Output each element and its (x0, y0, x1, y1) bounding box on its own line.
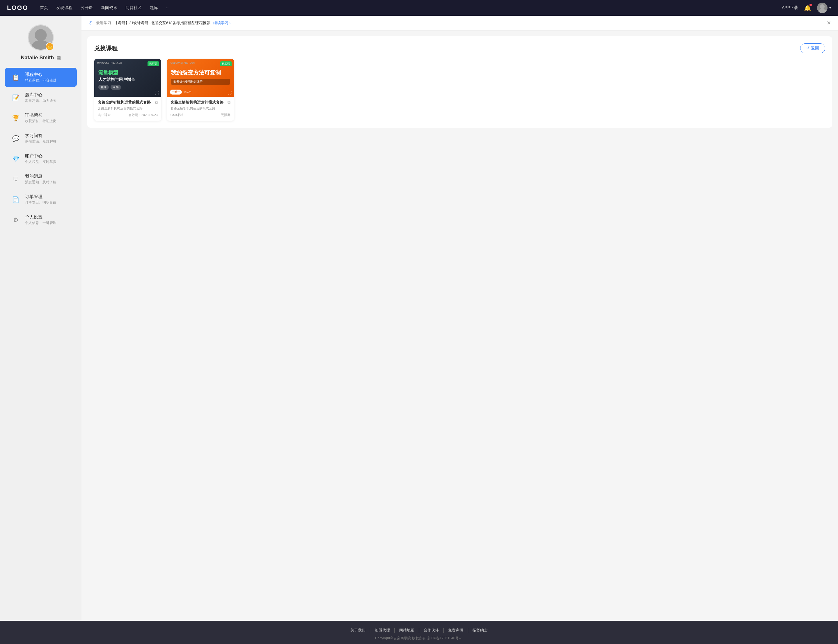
menu-subtitle: 课后重温、疑难解答 (25, 139, 56, 144)
course-badge: 已买课 (148, 61, 159, 66)
menu-icon-wrap: 📄 (10, 194, 21, 205)
menu-title: 订单管理 (25, 194, 56, 200)
footer-divider: | (418, 628, 420, 633)
sidebar-avatar-wrap: 👑 (28, 25, 54, 51)
recent-banner: ⏱ 最近学习 【考研】21设计考研--北邮交互618备考指南精品课程推荐 继续学… (82, 16, 838, 31)
menu-text: 我的消息 消息通知、及时了解 (25, 174, 56, 185)
menu-icon-wrap: 💎 (10, 154, 21, 164)
recent-course-title: 【考研】21设计考研--北邮交互618备考指南精品课程推荐 (114, 20, 210, 26)
sidebar-username: Natalie Smith (21, 55, 54, 61)
copyright: Copyright© 云朵商学院 版权所有 京ICP备17051340号--1 (0, 636, 838, 641)
card-thumbnail-dark: YUNDUOKETANG.COM 已买课 流量模型 人才结构与用户增长 直播录播… (94, 59, 161, 97)
footer-link-合作伙伴[interactable]: 合作伙伴 (424, 628, 439, 633)
menu-text: 学习问答 课后重温、疑难解答 (25, 133, 56, 144)
nav-link-题库[interactable]: 题库 (150, 5, 158, 10)
footer-divider: | (443, 628, 444, 633)
card-name-row: 套路全解析机构运营的模式套路 ⧉ (98, 100, 158, 105)
top-navigation: LOGO 首页发现课程公开课新闻资讯问答社区题库··· APP下载 🔔 ▾ (0, 0, 838, 16)
sidebar-item-orders[interactable]: 📄 订单管理 订单支出、明明白白 (5, 190, 77, 209)
course-badge: 已买课 (220, 61, 232, 66)
card-one-on-one: 一对一 测试用 (170, 90, 191, 95)
expand-icon: ⛶ (155, 90, 159, 95)
sidebar-item-course-center[interactable]: 📋 课程中心 精彩课程、不容错过 (5, 68, 77, 87)
menu-subtitle: 海量习题、助力通关 (25, 98, 56, 103)
question-bank-icon: 📝 (12, 94, 20, 101)
card-footer: 0/50课时 无限期 (171, 113, 230, 117)
user-avatar-menu[interactable]: ▾ (817, 3, 831, 13)
menu-title: 账户中心 (25, 153, 56, 159)
nav-links: 首页发现课程公开课新闻资讯问答社区题库··· (40, 5, 782, 10)
card-hours: 共13课时 (98, 113, 111, 117)
nav-link-···[interactable]: ··· (166, 5, 170, 10)
copy-icon[interactable]: ⧉ (228, 100, 230, 105)
settings-icon: ⚙ (13, 217, 18, 223)
card-name-row: 套路全解析机构运营的模式套路 ⧉ (171, 100, 230, 105)
menu-icon-wrap: ⚙ (10, 215, 21, 225)
certificate-icon: 🏆 (12, 115, 20, 122)
nav-link-首页[interactable]: 首页 (40, 5, 48, 10)
one-on-one-badge: 一对一 (170, 90, 182, 95)
course-center-icon: 📋 (12, 74, 20, 81)
close-banner-button[interactable]: ✕ (826, 20, 831, 26)
sidebar-item-question-bank[interactable]: 📝 题库中心 海量习题、助力通关 (5, 88, 77, 107)
card-thumb: YUNDUOKETANG.COM 已买课 流量模型 人才结构与用户增长 直播录播… (94, 59, 161, 97)
card-title2: 人才结构与用户增长 (99, 77, 157, 82)
nav-link-新闻资讯[interactable]: 新闻资讯 (101, 5, 117, 10)
main-content: ⏱ 最近学习 【考研】21设计考研--北邮交互618备考指南精品课程推荐 继续学… (82, 16, 838, 621)
card-title1: 流量模型 (99, 69, 157, 76)
menu-icon-wrap: 📋 (10, 72, 21, 83)
qr-code-icon[interactable]: ▦ (56, 55, 61, 61)
continue-learning-button[interactable]: 继续学习 › (213, 20, 231, 26)
nav-link-公开课[interactable]: 公开课 (81, 5, 93, 10)
sidebar-item-settings[interactable]: ⚙ 个人设置 个人信息、一键管理 (5, 210, 77, 230)
card-info: 套路全解析机构运营的模式套路 ⧉ 套路全解析机构运营的模式套路 共13课时 有效… (94, 97, 161, 121)
app-download-button[interactable]: APP下载 (782, 5, 798, 10)
sidebar-item-certificate[interactable]: 🏆 证书荣誉 收获荣誉、持证上岗 (5, 108, 77, 128)
menu-text: 题库中心 海量习题、助力通关 (25, 92, 56, 103)
footer-link-关于我们[interactable]: 关于我们 (350, 628, 365, 633)
nav-link-发现课程[interactable]: 发现课程 (56, 5, 72, 10)
card-subtitle: 套餐机构变增长训练营 (171, 79, 230, 85)
menu-title: 个人设置 (25, 214, 56, 220)
sidebar: 👑 Natalie Smith ▦ 📋 课程中心 精彩课程、不容错过 📝 题库中… (0, 16, 82, 621)
exchange-title: 兑换课程 (94, 44, 118, 53)
footer-link-免责声明[interactable]: 免责声明 (448, 628, 463, 633)
card-tag: 录播 (110, 85, 121, 90)
menu-subtitle: 个人权益、实时掌握 (25, 159, 56, 164)
chevron-down-icon: ▾ (829, 6, 831, 10)
menu-title: 课程中心 (25, 72, 56, 77)
notification-dot (810, 4, 812, 6)
sidebar-item-qa[interactable]: 💬 学习问答 课后重温、疑难解答 (5, 129, 77, 148)
exchange-header: 兑换课程 ↺ 返回 (94, 43, 825, 53)
card-name: 套路全解析机构运营的模式套路 (171, 100, 226, 105)
nav-link-问答社区[interactable]: 问答社区 (125, 5, 142, 10)
logo: LOGO (7, 4, 28, 12)
footer: 关于我们|加盟代理|网站地图|合作伙伴|免责声明|招贤纳士 Copyright©… (0, 621, 838, 644)
menu-title: 证书荣誉 (25, 113, 56, 118)
menu-text: 课程中心 精彩课程、不容错过 (25, 72, 56, 83)
menu-subtitle: 订单支出、明明白白 (25, 200, 56, 205)
menu-icon-wrap: 🏆 (10, 113, 21, 123)
footer-link-网站地图[interactable]: 网站地图 (399, 628, 414, 633)
menu-title: 题库中心 (25, 92, 56, 98)
footer-divider: | (370, 628, 371, 633)
card-name: 套路全解析机构运营的模式套路 (98, 100, 153, 105)
course-grid: YUNDUOKETANG.COM 已买课 流量模型 人才结构与用户增长 直播录播… (94, 59, 825, 121)
expand-icon: ⛶ (228, 90, 232, 95)
svg-point-2 (35, 29, 46, 41)
sidebar-menu: 📋 课程中心 精彩课程、不容错过 📝 题库中心 海量习题、助力通关 🏆 证书荣誉… (0, 68, 82, 231)
course-card[interactable]: YUNDUOKETANG.COM 已买课 流量模型 人才结构与用户增长 直播录播… (94, 59, 161, 121)
card-desc: 套路全解析机构运营的模式套路 (98, 106, 158, 110)
footer-link-招贤纳士[interactable]: 招贤纳士 (473, 628, 488, 633)
back-button[interactable]: ↺ 返回 (800, 43, 825, 53)
notification-bell[interactable]: 🔔 (804, 4, 811, 12)
course-card[interactable]: YUNDUOKETANG.COM 已买课 我的裂变方法可复制 套餐机构变增长训练… (167, 59, 234, 121)
menu-title: 我的消息 (25, 174, 56, 179)
copy-icon[interactable]: ⧉ (155, 100, 158, 105)
menu-text: 订单管理 订单支出、明明白白 (25, 194, 56, 205)
sidebar-item-account[interactable]: 💎 账户中心 个人权益、实时掌握 (5, 149, 77, 168)
footer-link-加盟代理[interactable]: 加盟代理 (375, 628, 390, 633)
card-validity: 有效期：2020-09-23 (128, 113, 158, 117)
card-tag: 直播 (99, 85, 109, 90)
sidebar-item-messages[interactable]: 🗨 我的消息 消息通知、及时了解 (5, 169, 77, 189)
